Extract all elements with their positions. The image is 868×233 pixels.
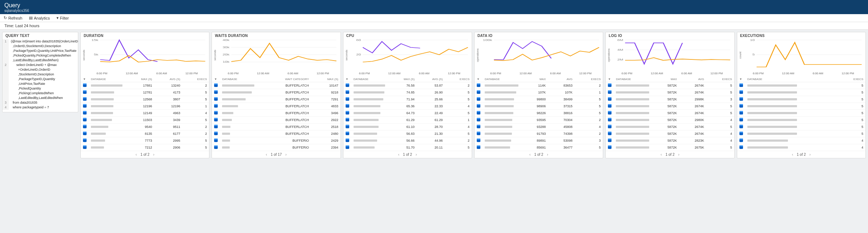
pager-next[interactable]: › xyxy=(547,153,548,157)
pager-next[interactable]: › xyxy=(153,153,154,157)
pager-next[interactable]: › xyxy=(678,153,679,157)
table-row[interactable]: 5 xyxy=(737,103,865,110)
table-row[interactable]: 4 xyxy=(737,137,865,144)
filter-button[interactable]: ▾ Filter xyxy=(57,16,69,20)
table-row[interactable]: 5 xyxy=(737,82,865,89)
table-row[interactable]: 99800384995 xyxy=(475,96,603,103)
col-header[interactable]: EXECS xyxy=(182,76,209,82)
table-row[interactable]: 5 xyxy=(737,130,865,137)
table-row[interactable]: 954095112 xyxy=(81,124,209,130)
col-header[interactable]: DATABASE xyxy=(483,76,521,82)
table-row[interactable]: 813561772 xyxy=(81,130,209,137)
table-row[interactable]: 98906373155 xyxy=(475,103,603,110)
table-row[interactable]: 93595703042 xyxy=(475,117,603,124)
table-row[interactable]: 5 xyxy=(737,89,865,96)
col-header[interactable]: DATABASE xyxy=(351,76,388,82)
table-row[interactable]: 56.6644.962 xyxy=(343,137,472,144)
table-row[interactable]: BUFFERLATCH10147 xyxy=(212,82,340,89)
refresh-button[interactable]: ↻ Refresh xyxy=(4,16,22,20)
col-header[interactable]: DATABASE xyxy=(220,76,257,82)
table-row[interactable]: BUFFERLATCH2922 xyxy=(212,117,340,124)
table-row[interactable]: BUFFERIO2394 xyxy=(212,144,340,151)
table-row[interactable]: 107K107K1 xyxy=(475,89,603,96)
table-row[interactable]: 5872K2674K5 xyxy=(606,124,734,130)
table-row[interactable]: 5 xyxy=(737,117,865,124)
table-row[interactable]: 5872K2674K5 xyxy=(606,89,734,96)
funnel-icon[interactable]: ▼ xyxy=(346,78,349,81)
col-header[interactable] xyxy=(813,76,825,82)
table-row[interactable]: 5872K2823K4 xyxy=(606,137,734,144)
funnel-icon[interactable]: ▼ xyxy=(214,78,217,81)
col-header[interactable]: EXECS xyxy=(575,76,603,82)
funnel-icon[interactable]: ▼ xyxy=(739,78,742,81)
table-row[interactable]: 93288458084 xyxy=(475,124,603,130)
table-row[interactable]: 61.2961.291 xyxy=(343,117,472,124)
pager-prev[interactable]: ‹ xyxy=(135,153,137,157)
table-row[interactable]: BUFFERLATCH2480 xyxy=(212,130,340,137)
col-header[interactable]: MAX (S) xyxy=(125,76,154,82)
table-row[interactable]: 5872K2674K5 xyxy=(606,82,734,89)
col-header[interactable]: EXECS xyxy=(445,76,472,82)
table-row[interactable]: 1256838075 xyxy=(81,96,209,103)
table-row[interactable]: 5872K2675K5 xyxy=(606,144,734,151)
pager-next[interactable]: › xyxy=(809,153,810,157)
table-row[interactable]: 71.9425.665 xyxy=(343,96,472,103)
table-row[interactable]: 5872K2674K5 xyxy=(606,110,734,117)
table-row[interactable]: 74.8526.905 xyxy=(343,89,472,96)
col-header[interactable] xyxy=(800,76,813,82)
col-header[interactable]: EXECS xyxy=(825,76,865,82)
table-row[interactable]: 76.5853.872 xyxy=(343,82,472,89)
table-row[interactable]: 51.7020.115 xyxy=(343,144,472,151)
table-row[interactable]: 5872K2674K5 xyxy=(606,103,734,110)
table-row[interactable]: 89891530983 xyxy=(475,137,603,144)
col-header[interactable]: AVG (S) xyxy=(417,76,445,82)
pager-prev[interactable]: ‹ xyxy=(266,153,267,157)
table-row[interactable]: 91793743982 xyxy=(475,130,603,137)
col-header[interactable]: MAX xyxy=(652,76,679,82)
col-header[interactable]: MAX xyxy=(521,76,548,82)
col-header[interactable]: DATABASE xyxy=(614,76,652,82)
table-row[interactable]: 85691364775 xyxy=(475,144,603,151)
table-row[interactable]: 1214949634 xyxy=(81,110,209,117)
pager-next[interactable]: › xyxy=(416,153,417,157)
col-header[interactable]: EXECS xyxy=(706,76,734,82)
col-header[interactable]: AVG xyxy=(679,76,706,82)
table-row[interactable]: 114K836532 xyxy=(475,82,603,89)
col-header[interactable]: WAIT CATEGORY xyxy=(257,76,311,82)
pager-prev[interactable]: ‹ xyxy=(792,153,793,157)
col-header[interactable]: DATABASE xyxy=(745,76,800,82)
table-row[interactable]: BUFFERLATCH3496 xyxy=(212,110,340,117)
table-row[interactable]: BUFFERLATCH4833 xyxy=(212,103,340,110)
table-row[interactable]: 1150334395 xyxy=(81,117,209,124)
pager-prev[interactable]: ‹ xyxy=(529,153,530,157)
table-row[interactable]: BUFFERLATCH7291 xyxy=(212,96,340,103)
table-row[interactable]: 777329955 xyxy=(81,137,209,144)
table-row[interactable]: BUFFERIO2429 xyxy=(212,137,340,144)
table-row[interactable]: 1278141735 xyxy=(81,89,209,96)
pager-prev[interactable]: ‹ xyxy=(661,153,662,157)
pager-prev[interactable]: ‹ xyxy=(398,153,399,157)
table-row[interactable]: 64.7322.495 xyxy=(343,110,472,117)
table-row[interactable]: 17881132402 xyxy=(81,82,209,89)
pager-next[interactable]: › xyxy=(285,153,287,157)
table-row[interactable]: 12196121961 xyxy=(81,103,209,110)
table-row[interactable]: 56.8321.305 xyxy=(343,130,472,137)
table-row[interactable]: 5 xyxy=(737,110,865,117)
table-row[interactable]: 4 xyxy=(737,144,865,151)
col-header[interactable]: MAX (S) xyxy=(311,76,341,82)
table-row[interactable]: 5 xyxy=(737,96,865,103)
query-code[interactable]: (@max int)insert into data201835(OrderLi… xyxy=(9,39,78,110)
table-row[interactable]: 5 xyxy=(737,124,865,130)
table-row[interactable]: 5872K2998K3 xyxy=(606,96,734,103)
table-row[interactable]: BUFFERLATCH9218 xyxy=(212,89,340,96)
col-header[interactable]: MAX (S) xyxy=(388,76,417,82)
funnel-icon[interactable]: ▼ xyxy=(83,78,86,81)
table-row[interactable]: 61.1028.704 xyxy=(343,124,472,130)
table-row[interactable]: 5872K2980K4 xyxy=(606,117,734,124)
table-row[interactable]: 721229065 xyxy=(81,144,209,151)
table-row[interactable]: 65.3622.334 xyxy=(343,103,472,110)
table-row[interactable]: 98226388165 xyxy=(475,110,603,117)
table-row[interactable]: BUFFERLATCH2518 xyxy=(212,124,340,130)
col-header[interactable]: DATABASE xyxy=(89,76,125,82)
col-header[interactable]: AVG xyxy=(548,76,575,82)
